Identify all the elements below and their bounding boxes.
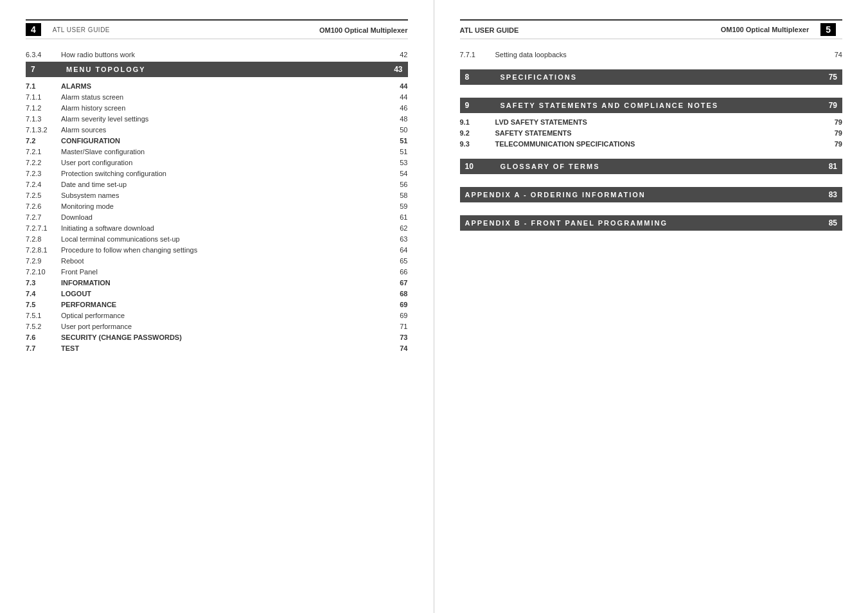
toc-title-752: User port performance: [61, 323, 389, 330]
left-header-left: 4 ATL USER GUIDE: [26, 23, 110, 36]
sec7-page: 43: [384, 65, 403, 74]
sec7-num: 7: [31, 65, 66, 74]
toc-page-712: 46: [389, 104, 408, 112]
toc-entry-71: 7.1 ALARMS 44: [26, 82, 408, 90]
toc-num-7271: 7.2.7.1: [26, 224, 61, 232]
left-page-title: OM100 Optical Multiplexer: [319, 26, 408, 34]
toc-title-93: TELECOMMUNICATION SPECIFICATIONS: [495, 140, 824, 148]
toc-entry-76: 7.6 SECURITY (CHANGE PASSWORDS) 73: [26, 333, 408, 341]
toc-num-771: 7.7.1: [460, 51, 495, 58]
toc-page-726: 59: [389, 202, 408, 210]
toc-title-7271: Initiating a software download: [61, 224, 389, 232]
left-guide-label: ATL USER GUIDE: [53, 26, 110, 33]
toc-entry-7210: 7.2.10 Front Panel 66: [26, 268, 408, 276]
toc-title-725: Subsystem names: [61, 191, 389, 199]
toc-num-92: 9.2: [460, 129, 495, 137]
toc-page-72: 51: [389, 137, 408, 145]
sec7-title: MENU TOPOLOGY: [66, 66, 384, 73]
toc-title-721: Master/Slave configuration: [61, 148, 389, 155]
toc-entry-92: 9.2 SAFETY STATEMENTS 79: [460, 129, 843, 137]
toc-page-91: 79: [823, 118, 842, 126]
toc-num-73: 7.3: [26, 279, 61, 287]
toc-title-751: Optical performance: [61, 312, 389, 319]
toc-title-713: Alarm severity level settings: [61, 115, 389, 123]
toc-title-72: CONFIGURATION: [61, 137, 389, 145]
toc-entry-721: 7.2.1 Master/Slave configuration 51: [26, 148, 408, 155]
toc-entry-722: 7.2.2 User port configuration 53: [26, 159, 408, 166]
appendix-b-title: APPENDIX B - FRONT PANEL PROGRAMMING: [465, 219, 819, 227]
toc-num-728: 7.2.8: [26, 235, 61, 243]
right-header: ATL USER GUIDE 5 OM100 Optical Multiplex…: [460, 19, 843, 39]
toc-entry-634: 6.3.4 How radio buttons work 42: [26, 51, 408, 58]
toc-entry-75: 7.5 PERFORMANCE 69: [26, 301, 408, 308]
section-9-header: 9 SAFETY STATEMENTS AND COMPLIANCE NOTES…: [460, 98, 843, 113]
toc-entry-727: 7.2.7 Download 61: [26, 213, 408, 221]
appendix-a-title: APPENDIX A - ORDERING INFORMATION: [465, 191, 819, 199]
sec8-title: SPECIFICATIONS: [500, 73, 819, 81]
toc-entry-713: 7.1.3 Alarm severity level settings 48: [26, 115, 408, 123]
section-7-header: 7 MENU TOPOLOGY 43: [26, 62, 408, 77]
toc-num-93: 9.3: [460, 140, 495, 148]
toc-page-724: 56: [389, 181, 408, 188]
toc-num-77: 7.7: [26, 344, 61, 352]
left-page: 4 ATL USER GUIDE OM100 Optical Multiplex…: [0, 0, 434, 613]
toc-num-722: 7.2.2: [26, 159, 61, 166]
toc-title-7210: Front Panel: [61, 268, 389, 276]
toc-entry-7281: 7.2.8.1 Procedure to follow when changin…: [26, 246, 408, 254]
sec8-num: 8: [465, 73, 500, 82]
right-toc: 7.7.1 Setting data loopbacks 74 8 SPECIF…: [460, 51, 843, 231]
toc-entry-7271: 7.2.7.1 Initiating a software download 6…: [26, 224, 408, 232]
sec9-num: 9: [465, 101, 500, 110]
toc-title-724: Date and time set-up: [61, 181, 389, 188]
toc-entry-74: 7.4 LOGOUT 68: [26, 290, 408, 298]
toc-title-771: Setting data loopbacks: [495, 51, 824, 58]
toc-entry-726: 7.2.6 Monitoring mode 59: [26, 202, 408, 210]
toc-title-728: Local terminal communications set-up: [61, 235, 389, 243]
right-header-title-left: ATL USER GUIDE: [460, 24, 519, 35]
right-page: ATL USER GUIDE 5 OM100 Optical Multiplex…: [434, 0, 869, 613]
toc-num-751: 7.5.1: [26, 312, 61, 319]
toc-title-71: ALARMS: [61, 82, 389, 90]
toc-num-7281: 7.2.8.1: [26, 246, 61, 254]
toc-page-723: 54: [389, 170, 408, 177]
toc-title-76: SECURITY (CHANGE PASSWORDS): [61, 333, 389, 341]
toc-entry-91: 9.1 LVD SAFETY STATEMENTS 79: [460, 118, 843, 126]
right-page-number: 5: [820, 23, 836, 36]
toc-page-751: 69: [389, 312, 408, 319]
toc-page-727: 61: [389, 213, 408, 221]
toc-entry-728: 7.2.8 Local terminal communications set-…: [26, 235, 408, 243]
appendix-a-page: 83: [818, 190, 837, 199]
toc-num-7132: 7.1.3.2: [26, 126, 61, 134]
toc-title-91: LVD SAFETY STATEMENTS: [495, 118, 824, 126]
toc-title-74: LOGOUT: [61, 290, 389, 298]
left-header: 4 ATL USER GUIDE OM100 Optical Multiplex…: [26, 19, 408, 39]
sec9-page: 79: [818, 101, 837, 110]
toc-title-726: Monitoring mode: [61, 202, 389, 210]
toc-num-725: 7.2.5: [26, 191, 61, 199]
right-page-title: OM100 Optical Multiplexer: [721, 26, 810, 33]
toc-num-724: 7.2.4: [26, 181, 61, 188]
toc-entry-723: 7.2.3 Protection switching configuration…: [26, 170, 408, 177]
toc-title-7132: Alarm sources: [61, 126, 389, 134]
appendix-a-header: APPENDIX A - ORDERING INFORMATION 83: [460, 187, 843, 202]
toc-title-77: TEST: [61, 344, 389, 352]
toc-num-75: 7.5: [26, 301, 61, 308]
sec10-title: GLOSSARY OF TERMS: [500, 163, 819, 170]
toc-page-93: 79: [823, 140, 842, 148]
toc-entry-7132: 7.1.3.2 Alarm sources 50: [26, 126, 408, 134]
toc-num-76: 7.6: [26, 333, 61, 341]
sec8-page: 75: [818, 73, 837, 82]
toc-page-7132: 50: [389, 126, 408, 134]
toc-page-722: 53: [389, 159, 408, 166]
toc-page-7210: 66: [389, 268, 408, 276]
toc-page-711: 44: [389, 93, 408, 101]
toc-page-73: 67: [389, 279, 408, 287]
toc-title-75: PERFORMANCE: [61, 301, 389, 308]
toc-num-723: 7.2.3: [26, 170, 61, 177]
sec10-num: 10: [465, 162, 500, 171]
right-guide-label-text: ATL USER GUIDE: [460, 26, 519, 34]
toc-num-91: 9.1: [460, 118, 495, 126]
toc-num-712: 7.1.2: [26, 104, 61, 112]
appendix-b-page: 85: [818, 218, 837, 227]
toc-title-73: INFORMATION: [61, 279, 389, 287]
